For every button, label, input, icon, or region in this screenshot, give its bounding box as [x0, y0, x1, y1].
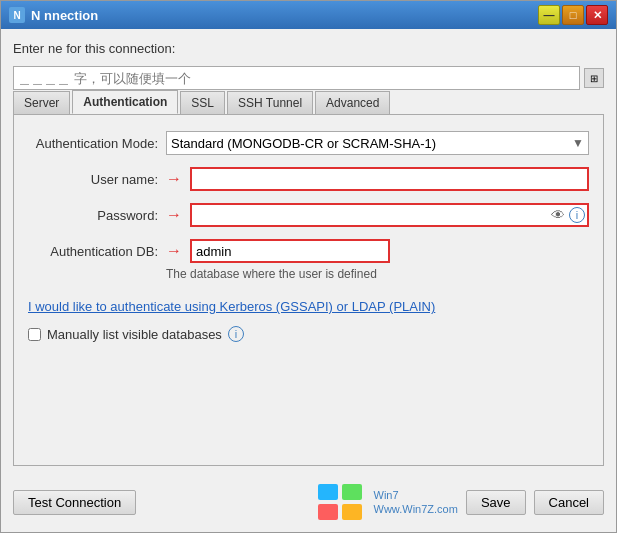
manual-db-label: Manually list visible databases — [47, 327, 222, 342]
auth-db-inner: Authentication DB: → — [28, 239, 589, 263]
connection-name-input[interactable] — [13, 66, 580, 90]
title-bar-left: N N nnection — [9, 7, 98, 23]
password-input[interactable] — [190, 203, 589, 227]
username-input[interactable] — [190, 167, 589, 191]
name-input-row: ⊞ — [13, 66, 604, 90]
tab-panel-authentication: Authentication Mode: Standard (MONGODB-C… — [13, 114, 604, 466]
auth-mode-value: Standard (MONGODB-CR or SCRAM-SHA-1) — [171, 136, 436, 151]
window-title: N nnection — [31, 8, 98, 23]
svg-rect-0 — [318, 484, 338, 500]
auth-mode-dropdown[interactable]: Standard (MONGODB-CR or SCRAM-SHA-1) ▼ — [166, 131, 589, 155]
auth-mode-label: Authentication Mode: — [28, 136, 158, 151]
kerberos-link[interactable]: I would like to authenticate using Kerbe… — [28, 299, 435, 314]
app-icon: N — [9, 7, 25, 23]
password-info-icon[interactable]: i — [569, 207, 585, 223]
watermark-text: Win7 Www.Win7Z.com — [374, 488, 458, 517]
auth-db-label: Authentication DB: — [28, 244, 158, 259]
auth-db-row: Authentication DB: → The database where … — [28, 239, 589, 281]
main-window: N N nnection — □ ✕ Enter ne for this con… — [0, 0, 617, 533]
password-icons: 👁 i — [551, 207, 585, 223]
title-bar: N N nnection — □ ✕ — [1, 1, 616, 29]
auth-db-input[interactable] — [190, 239, 390, 263]
bottom-bar: Test Connection Win7 Www.Win7Z.com Save … — [1, 474, 616, 532]
test-connection-button[interactable]: Test Connection — [13, 490, 136, 515]
password-row: Password: → 👁 i — [28, 203, 589, 227]
eye-icon[interactable]: 👁 — [551, 207, 565, 223]
title-controls: — □ ✕ — [538, 5, 608, 25]
username-label: User name: — [28, 172, 158, 187]
kerberos-section: I would like to authenticate using Kerbe… — [28, 299, 589, 314]
watermark-area: Win7 Www.Win7Z.com Save Cancel — [316, 482, 604, 522]
enter-row: Enter ne for this connection: — [13, 41, 604, 56]
tab-ssh-tunnel[interactable]: SSH Tunnel — [227, 91, 313, 114]
manual-db-info-icon[interactable]: i — [228, 326, 244, 342]
username-arrow-icon: → — [166, 170, 182, 188]
enter-suffix: ne for this connection: — [48, 41, 175, 56]
auth-mode-row: Authentication Mode: Standard (MONGODB-C… — [28, 131, 589, 155]
svg-rect-2 — [342, 484, 362, 500]
window-content: Enter ne for this connection: ⊞ Server A… — [1, 29, 616, 474]
watermark-line1: Win7 — [374, 488, 458, 502]
save-button[interactable]: Save — [466, 490, 526, 515]
tab-server[interactable]: Server — [13, 91, 70, 114]
password-label: Password: — [28, 208, 158, 223]
tab-authentication[interactable]: Authentication — [72, 90, 178, 114]
svg-rect-3 — [342, 504, 362, 520]
svg-rect-1 — [318, 504, 338, 520]
password-wrapper: 👁 i — [190, 203, 589, 227]
manual-db-checkbox[interactable] — [28, 328, 41, 341]
enter-label: Enter — [13, 41, 44, 56]
tabs-row: Server Authentication SSL SSH Tunnel Adv… — [13, 90, 604, 114]
tab-advanced[interactable]: Advanced — [315, 91, 390, 114]
tab-ssl[interactable]: SSL — [180, 91, 225, 114]
close-button[interactable]: ✕ — [586, 5, 608, 25]
minimize-button[interactable]: — — [538, 5, 560, 25]
dropdown-arrow-icon: ▼ — [572, 136, 584, 150]
win7-logo — [316, 482, 366, 522]
name-input-icon[interactable]: ⊞ — [584, 68, 604, 88]
maximize-button[interactable]: □ — [562, 5, 584, 25]
auth-db-hint: The database where the user is defined — [166, 267, 377, 281]
password-arrow-icon: → — [166, 206, 182, 224]
username-row: User name: → — [28, 167, 589, 191]
cancel-button[interactable]: Cancel — [534, 490, 604, 515]
auth-db-arrow-icon: → — [166, 242, 182, 260]
manual-db-row: Manually list visible databases i — [28, 326, 589, 342]
watermark-line2: Www.Win7Z.com — [374, 502, 458, 516]
